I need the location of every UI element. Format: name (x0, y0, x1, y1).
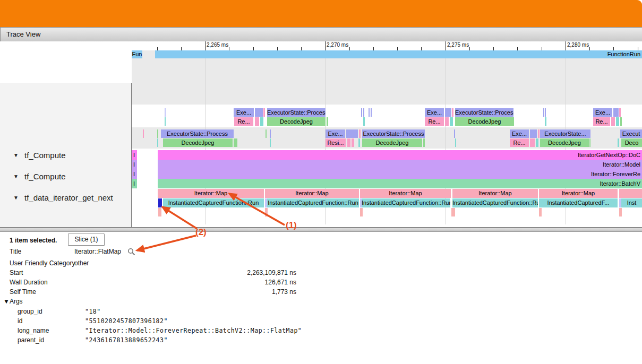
collapse-triangle-icon[interactable]: ▼ (13, 195, 19, 201)
timeline-slice[interactable] (255, 108, 263, 117)
timeline-slice[interactable]: ExecutorState... (540, 129, 590, 138)
timeline-slice[interactable] (369, 108, 370, 117)
timeline-slice[interactable] (613, 108, 619, 117)
timeline-slice[interactable] (445, 117, 449, 126)
timeline-slice[interactable]: Iterator::Map (539, 189, 618, 198)
timeline-slice[interactable]: DecodeJpeg (455, 117, 514, 126)
timeline-slice[interactable] (263, 108, 265, 117)
timeline-slice[interactable] (545, 108, 546, 117)
timeline-slice[interactable] (538, 129, 540, 138)
timeline-slice[interactable]: Re... (234, 117, 253, 126)
sidebar-track-tf_Compute[interactable]: ▼tf_Compute (0, 151, 131, 160)
timeline-slice[interactable] (165, 117, 166, 126)
timeline-slice[interactable] (358, 138, 360, 147)
sidebar-track-tf_data_iterator_get_next[interactable]: ▼tf_data_iterator_get_next (0, 193, 131, 203)
timeline-slice[interactable] (265, 208, 268, 216)
timeline-slice[interactable] (618, 138, 619, 147)
timeline-slice[interactable] (361, 108, 362, 117)
timeline-slice[interactable] (451, 208, 455, 216)
args-expander[interactable]: ▼Args (3, 298, 23, 305)
timeline-slice[interactable]: Iterator::Map (158, 189, 264, 198)
timeline-slice[interactable]: Resi... (326, 138, 346, 147)
timeline-slice[interactable]: Iterator::Model (158, 160, 642, 169)
timeline-slice[interactable] (545, 117, 546, 126)
timeline-slice[interactable]: I (131, 179, 137, 188)
timeline-slice[interactable]: Re... (425, 117, 444, 126)
timeline-slice[interactable] (266, 129, 267, 138)
timeline-panel[interactable]: 2,265 ms2,270 ms2,275 ms2,280 ms FunFunc… (0, 41, 642, 227)
timeline-slice[interactable] (255, 117, 259, 126)
timeline-slice[interactable] (445, 108, 451, 117)
timeline-slice[interactable]: Inst (621, 198, 642, 207)
timeline-slice[interactable] (234, 138, 237, 147)
timeline-slice[interactable] (611, 117, 615, 126)
timeline-slice[interactable] (423, 138, 425, 147)
timeline-slice[interactable]: I (131, 160, 137, 169)
timeline-slice[interactable]: FunctionRun (155, 50, 642, 58)
timeline-slice[interactable]: Iterator::Map (265, 189, 359, 198)
panel-splitter[interactable] (0, 227, 642, 232)
timeline-ruler[interactable]: 2,265 ms2,270 ms2,275 ms2,280 ms (132, 41, 642, 50)
timeline-slice[interactable] (589, 138, 590, 147)
timeline-slice[interactable] (371, 108, 372, 117)
timeline-slice[interactable]: ExecutorState::Process (267, 108, 326, 117)
collapse-triangle-icon[interactable]: ▼ (13, 152, 19, 158)
timeline-slice[interactable]: Exe... (510, 129, 529, 138)
timeline-slice[interactable]: Fun (132, 50, 142, 58)
tab-slice[interactable]: Slice (1) (68, 233, 105, 246)
timeline-slice[interactable]: ExecutorState::Process (161, 129, 234, 138)
timeline-slice[interactable]: Iterator::ForeverRe (158, 169, 642, 179)
timeline-slice[interactable] (352, 138, 354, 147)
timeline-slice[interactable]: Exe... (326, 129, 345, 138)
timeline-slice[interactable] (620, 117, 622, 126)
timeline-slice[interactable] (363, 117, 365, 126)
timeline-slice[interactable]: DecodeJpeg (267, 117, 326, 126)
timeline-slice[interactable]: DecodeJpeg (540, 138, 589, 147)
timeline-slice[interactable]: ExecutorState::Process (455, 108, 513, 117)
timeline-slice[interactable]: Execut (620, 129, 642, 138)
timeline-slice[interactable] (346, 129, 358, 138)
collapse-triangle-icon[interactable]: ▼ (13, 174, 19, 179)
timeline-slice[interactable] (530, 138, 535, 147)
timeline-slice[interactable] (455, 138, 456, 147)
timeline-slice[interactable] (616, 117, 619, 126)
timeline-slice[interactable] (143, 129, 144, 138)
timeline-slice[interactable]: Re... (593, 117, 610, 126)
timeline-slice[interactable] (260, 117, 263, 126)
timeline-slice[interactable] (543, 108, 544, 117)
timeline-slice[interactable] (165, 108, 166, 117)
timeline-slice[interactable]: Exe... (425, 108, 444, 117)
timeline-slice[interactable] (157, 138, 158, 147)
timeline-slice[interactable] (536, 138, 538, 147)
timeline-slice[interactable]: Exe... (593, 108, 612, 117)
timeline-slice[interactable] (347, 138, 350, 147)
timeline-slice[interactable] (452, 108, 453, 117)
timeline-slice[interactable] (454, 129, 455, 138)
timeline-slice[interactable] (530, 129, 537, 138)
timeline-slice[interactable] (619, 208, 622, 216)
timeline-slice[interactable]: I (131, 169, 137, 179)
timeline-slice[interactable] (619, 189, 642, 198)
timeline-slice[interactable]: InstantiatedCapturedF... (539, 198, 618, 207)
timeline-slice[interactable] (539, 208, 542, 216)
timeline-slice[interactable]: Iterator::Map (452, 189, 538, 198)
timeline-slice[interactable]: InstantiatedCapturedFunction::Run (452, 198, 538, 207)
sidebar-track-tf_Compute[interactable]: ▼tf_Compute (0, 172, 131, 181)
timeline-slice[interactable]: Exe... (234, 108, 254, 117)
timeline-slice[interactable]: ExecutorState::Process (362, 129, 425, 138)
timeline-slice[interactable] (359, 129, 361, 138)
timeline-slice[interactable] (270, 138, 271, 147)
timeline-slice[interactable] (619, 108, 621, 117)
timeline-slice[interactable] (158, 208, 161, 216)
selected-slice[interactable] (158, 198, 162, 207)
timeline-slice[interactable]: I (131, 150, 137, 160)
timeline-slice[interactable] (157, 129, 158, 138)
timeline-slice[interactable]: Deco (621, 138, 642, 147)
timeline-slice[interactable]: DecodeJpeg (362, 138, 422, 147)
timeline-slice[interactable]: DecodeJpeg (163, 138, 233, 147)
timeline-slice[interactable]: Re... (510, 138, 529, 147)
timeline-slice[interactable]: InstantiatedCapturedFunction::Run (267, 198, 359, 207)
timeline-slice[interactable]: InstantiatedCapturedFunction::Run (362, 198, 450, 207)
timeline-slice[interactable] (363, 108, 364, 117)
timeline-slice[interactable]: Iterator::BatchV (158, 179, 642, 188)
